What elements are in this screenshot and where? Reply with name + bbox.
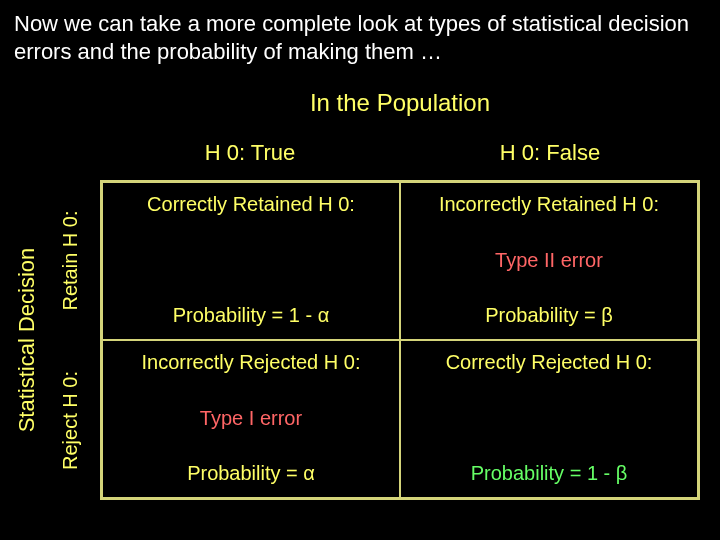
cell-probability: Probability = 1 - β <box>471 462 628 485</box>
cell-reject-true: Incorrectly Rejected H 0: Type I error P… <box>102 340 400 498</box>
col-head-false: H 0: False <box>400 140 700 176</box>
col-head-true: H 0: True <box>100 140 400 176</box>
cell-error-type: Type II error <box>495 249 603 272</box>
cell-probability: Probability = β <box>485 304 613 327</box>
column-headings: H 0: True H 0: False <box>100 140 700 176</box>
row-label-retain-text: Retain H 0: <box>59 210 82 310</box>
cell-title: Incorrectly Retained H 0: <box>439 193 659 216</box>
row-label-reject: Reject H 0: <box>50 340 90 500</box>
row-label-reject-text: Reject H 0: <box>59 371 82 470</box>
cell-title: Correctly Retained H 0: <box>147 193 355 216</box>
decision-matrix: Correctly Retained H 0: Probability = 1 … <box>100 180 700 500</box>
cell-error-type: Type I error <box>200 407 302 430</box>
cell-probability: Probability = α <box>187 462 315 485</box>
cell-retain-false: Incorrectly Retained H 0: Type II error … <box>400 182 698 340</box>
row-inner-labels: Retain H 0: Reject H 0: <box>50 180 90 500</box>
cell-retain-true: Correctly Retained H 0: Probability = 1 … <box>102 182 400 340</box>
slide: Now we can take a more complete look at … <box>0 0 720 540</box>
population-heading: In the Population <box>0 89 720 117</box>
cell-title: Incorrectly Rejected H 0: <box>142 351 361 374</box>
cell-reject-false: Correctly Rejected H 0: Probability = 1 … <box>400 340 698 498</box>
decision-matrix-area: Statistical Decision Retain H 0: Reject … <box>10 140 710 520</box>
intro-text: Now we can take a more complete look at … <box>0 0 720 71</box>
row-axis-text: Statistical Decision <box>14 248 40 433</box>
row-label-retain: Retain H 0: <box>50 180 90 340</box>
cell-title: Correctly Rejected H 0: <box>446 351 653 374</box>
row-axis-label: Statistical Decision <box>10 180 44 500</box>
cell-probability: Probability = 1 - α <box>173 304 330 327</box>
